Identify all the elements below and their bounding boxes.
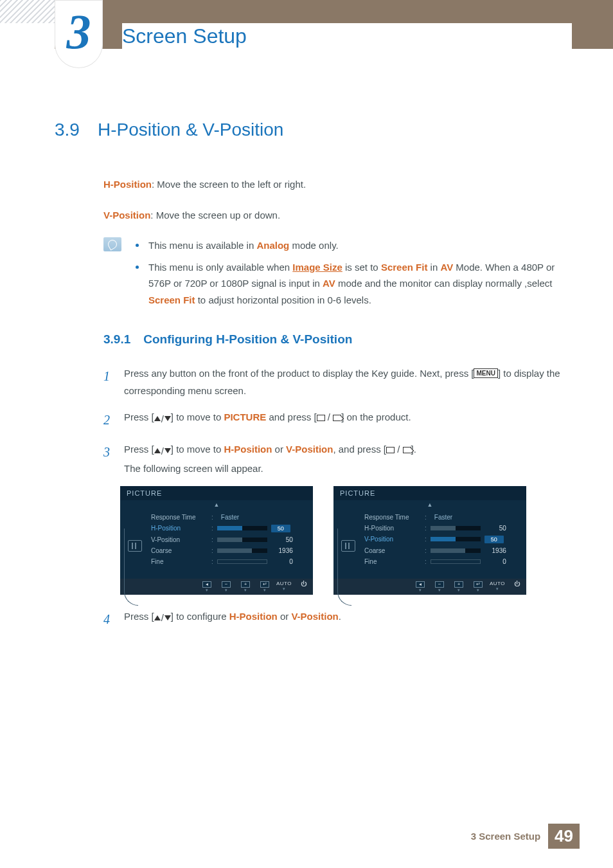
osd-screenshots: PICTURE ▲ Response Time:Faster H-Positio…: [120, 486, 567, 595]
osd-btn-auto: AUTO▾: [488, 579, 507, 595]
hpos-label: H-Position: [103, 179, 152, 190]
step-number: 4: [103, 608, 112, 631]
up-down-arrows-icon: /: [154, 410, 171, 428]
intro-block: H-Position: Move the screen to the left …: [103, 176, 567, 313]
up-down-arrows-icon: /: [154, 609, 171, 626]
menu-key-badge: MENU: [474, 368, 497, 378]
chapter-badge: 3: [55, 0, 103, 68]
steps-list-cont: 4 Press [ / ] to configure H-Position or…: [103, 608, 567, 631]
osd-panel-vposition: PICTURE ▲ Response Time:Faster H-Positio…: [333, 486, 526, 595]
note-list: This menu is available in Analog mode on…: [136, 237, 567, 313]
osd-footer: ◂▾ −▾ +▾ ↵▾ AUTO▾ ⏻: [120, 579, 313, 595]
osd-btn-power: ⏻: [294, 579, 313, 595]
footer-chapter: 3 Screen Setup: [471, 831, 540, 842]
step-1: 1 Press any button on the front of the p…: [103, 365, 567, 399]
section-number: 3.9: [55, 120, 80, 140]
osd-btn-enter: ↵▾: [468, 579, 488, 595]
note-item: This menu is only available when Image S…: [136, 259, 567, 309]
steps-list: 1 Press any button on the front of the p…: [103, 365, 567, 477]
subsection-number: 3.9.1: [103, 332, 130, 347]
step-number: 1: [103, 365, 112, 399]
note-item: This menu is available in Analog mode on…: [136, 237, 567, 254]
scroll-up-icon: ▲: [120, 500, 313, 509]
section-heading: 3.9 H-Position & V-Position: [55, 120, 567, 140]
osd-btn-auto: AUTO▾: [274, 579, 294, 595]
step-number: 2: [103, 408, 112, 431]
osd-btn-minus: −▾: [217, 579, 236, 595]
chapter-title: Screen Setup: [122, 23, 572, 50]
osd-btn-power: ⏻: [507, 579, 526, 595]
enter-source-icon: /: [386, 444, 411, 455]
subsection-title: Configuring H-Position & V-Position: [143, 332, 352, 347]
enter-source-icon: /: [317, 411, 342, 422]
osd-title: PICTURE: [120, 486, 313, 500]
osd-btn-back: ◂▾: [411, 579, 430, 595]
vpos-label: V-Position: [103, 210, 150, 221]
osd-btn-back: ◂▾: [197, 579, 217, 595]
subsection-heading: 3.9.1 Configuring H-Position & V-Positio…: [103, 332, 567, 347]
page-content: 3.9 H-Position & V-Position H-Position: …: [0, 49, 613, 631]
osd-btn-plus: +▾: [449, 579, 468, 595]
picture-tab-icon: [128, 540, 142, 552]
osd-panel-hposition: PICTURE ▲ Response Time:Faster H-Positio…: [120, 486, 313, 595]
step-number: 3: [103, 440, 112, 477]
hpos-desc: H-Position: Move the screen to the left …: [103, 176, 567, 193]
osd-btn-minus: −▾: [430, 579, 449, 595]
vpos-desc: V-Position: Move the screen up or down.: [103, 207, 567, 224]
scroll-up-icon: ▲: [333, 500, 526, 509]
osd-btn-plus: +▾: [236, 579, 255, 595]
step-4: 4 Press [ / ] to configure H-Position or…: [103, 608, 567, 631]
step-3: 3 Press [ / ] to move to H-Position or V…: [103, 440, 567, 477]
section-title: H-Position & V-Position: [98, 120, 283, 140]
header-hatch: [0, 0, 55, 23]
chapter-number: 3: [67, 7, 91, 56]
up-down-arrows-icon: /: [154, 442, 171, 460]
page-number: 49: [548, 824, 580, 849]
page-footer: 3 Screen Setup 49: [471, 824, 580, 849]
osd-footer: ◂▾ −▾ +▾ ↵▾ AUTO▾ ⏻: [333, 579, 526, 595]
osd-title: PICTURE: [333, 486, 526, 500]
note-block: This menu is available in Analog mode on…: [103, 237, 567, 313]
osd-btn-enter: ↵▾: [255, 579, 274, 595]
picture-tab-icon: [341, 540, 355, 552]
step-2: 2 Press [ / ] to move to PICTURE and pre…: [103, 408, 567, 431]
note-icon: [103, 237, 121, 251]
